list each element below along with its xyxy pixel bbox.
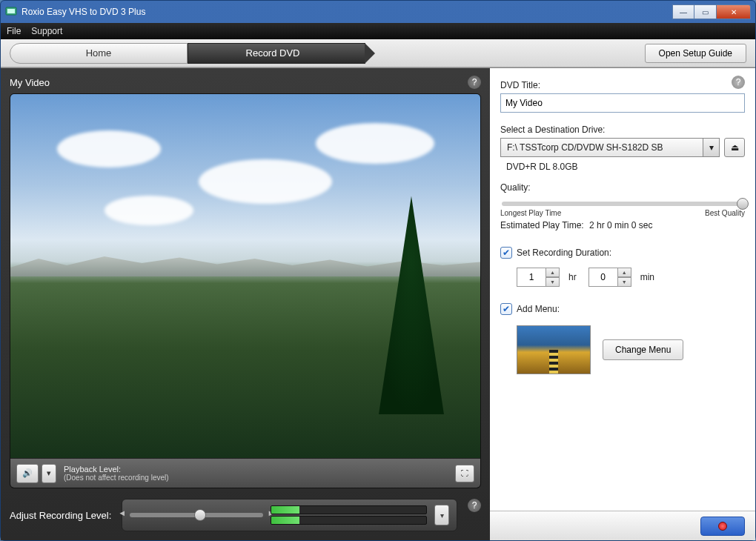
tab-home[interactable]: Home [10, 43, 188, 64]
tab-record-dvd[interactable]: Record DVD [188, 43, 365, 64]
record-footer [490, 511, 755, 540]
add-menu-checkbox[interactable]: ✔ [500, 303, 512, 315]
record-button[interactable] [700, 517, 745, 536]
recording-level-controls: ▾ [122, 499, 457, 531]
minutes-unit: min [640, 272, 654, 282]
eject-icon: ⏏ [731, 142, 739, 153]
chevron-down-icon: ▾ [703, 139, 719, 156]
media-info: DVD+R DL 8.0GB [506, 162, 745, 172]
slider-thumb[interactable] [194, 509, 206, 521]
playback-bar: 🔊 ▾ Playback Level: (Does not affect rec… [10, 458, 480, 488]
close-button[interactable]: ✕ [717, 4, 751, 19]
hours-spin-up[interactable]: ▲ [546, 268, 560, 277]
level-meters [271, 504, 427, 526]
set-recording-duration-checkbox[interactable]: ✔ [500, 247, 512, 259]
app-icon [5, 6, 17, 18]
quality-label: Quality: [500, 182, 745, 193]
fullscreen-button[interactable]: ⛶ [455, 465, 474, 482]
help-icon[interactable]: ? [732, 76, 745, 89]
set-recording-duration-label: Set Recording Duration: [517, 248, 611, 258]
estimated-play-time-value: 2 hr 0 min 0 sec [589, 220, 652, 230]
destination-drive-value: F:\ TSSTcorp CD/DVDW SH-S182D SB [507, 142, 663, 153]
toolbar: Home Record DVD Open Setup Guide [1, 39, 755, 67]
titlebar[interactable]: Roxio Easy VHS to DVD 3 Plus — ▭ ✕ [1, 1, 755, 23]
recording-level-options-button[interactable]: ▾ [434, 505, 449, 525]
eject-button[interactable]: ⏏ [724, 138, 745, 157]
quality-slider[interactable] [502, 202, 743, 206]
destination-drive-label: Select a Destination Drive: [500, 125, 745, 135]
minutes-spin-down[interactable]: ▼ [618, 277, 631, 287]
main-content: My Video ? 🔊 ▾ [1, 67, 755, 540]
quality-max-label: Best Quality [705, 209, 745, 217]
app-window: Roxio Easy VHS to DVD 3 Plus — ▭ ✕ File … [0, 0, 756, 541]
open-setup-guide-button[interactable]: Open Setup Guide [645, 44, 746, 63]
menubar: File Support [1, 23, 755, 39]
menu-preview-thumbnail[interactable] [517, 325, 591, 374]
destination-drive-select[interactable]: F:\ TSSTcorp CD/DVDW SH-S182D SB ▾ [500, 138, 720, 157]
minutes-spin-up[interactable]: ▲ [618, 268, 631, 277]
change-menu-button[interactable]: Change Menu [603, 339, 683, 360]
right-panel: ? DVD Title: Select a Destination Drive:… [490, 68, 755, 540]
window-title: Roxio Easy VHS to DVD 3 Plus [21, 7, 145, 17]
maximize-button[interactable]: ▭ [694, 4, 717, 19]
minimize-button[interactable]: — [672, 4, 694, 19]
dvd-title-input[interactable] [500, 93, 745, 113]
quality-min-label: Longest Play Time [500, 209, 561, 217]
help-icon[interactable]: ? [468, 499, 481, 512]
estimated-play-time-label: Estimated Play Time: [500, 220, 584, 230]
playback-level-label: Playback Level: [64, 465, 169, 474]
volume-dropdown-button[interactable]: ▾ [42, 464, 56, 483]
svg-rect-1 [7, 9, 15, 13]
hours-spin-down[interactable]: ▼ [546, 277, 560, 287]
dvd-title-label: DVD Title: [500, 80, 745, 90]
adjust-recording-level-label: Adjust Recording Level: [10, 510, 111, 521]
fullscreen-icon: ⛶ [461, 469, 468, 477]
video-title: My Video [10, 77, 50, 88]
add-menu-label: Add Menu: [517, 304, 560, 314]
speaker-icon: 🔊 [22, 468, 33, 478]
left-panel: My Video ? 🔊 ▾ [1, 68, 490, 540]
video-preview[interactable] [10, 94, 480, 458]
chevron-down-icon: ▾ [47, 468, 51, 478]
mode-breadcrumb: Home Record DVD [10, 43, 365, 64]
menu-file[interactable]: File [7, 26, 21, 36]
window-controls: — ▭ ✕ [672, 4, 751, 19]
menu-support[interactable]: Support [31, 26, 62, 36]
volume-button[interactable]: 🔊 [16, 464, 39, 483]
record-icon [718, 522, 727, 531]
hours-unit: hr [568, 272, 577, 282]
slider-thumb[interactable] [737, 198, 749, 210]
help-icon[interactable]: ? [468, 76, 481, 89]
duration-minutes-input[interactable] [588, 268, 618, 287]
duration-hours-input[interactable] [517, 268, 546, 287]
playback-level-note: (Does not affect recording level) [64, 474, 169, 482]
video-preview-frame: 🔊 ▾ Playback Level: (Does not affect rec… [10, 93, 481, 488]
recording-level-slider[interactable] [130, 513, 263, 517]
